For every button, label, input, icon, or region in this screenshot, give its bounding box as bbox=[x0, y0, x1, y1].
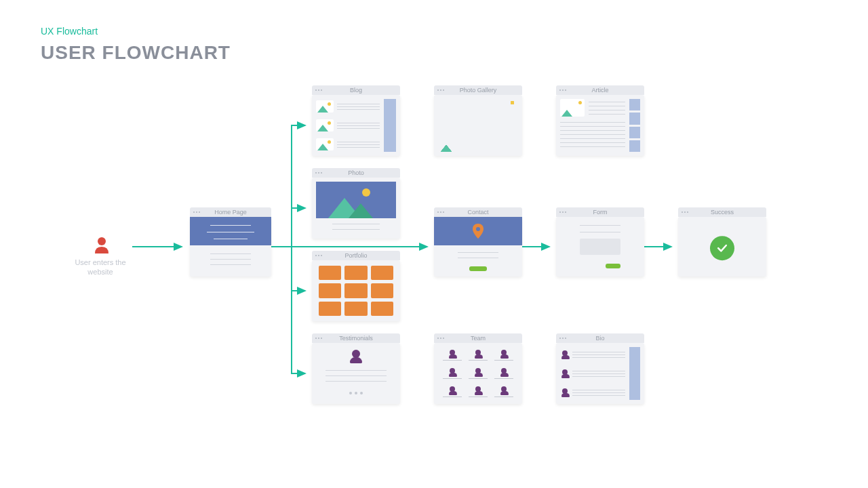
node-form: Form bbox=[556, 217, 644, 277]
node-success-label: Success bbox=[678, 209, 766, 216]
page-title: USER FLOWCHART bbox=[41, 42, 231, 64]
node-success: Success bbox=[678, 217, 766, 277]
avatar-icon bbox=[561, 350, 568, 359]
node-photo-label: Photo bbox=[312, 169, 400, 176]
node-contact: Contact bbox=[434, 217, 522, 277]
node-team: Team bbox=[434, 343, 522, 404]
node-bio: Bio bbox=[556, 343, 644, 404]
node-gallery-label: Photo Gallery bbox=[434, 87, 522, 94]
node-portfolio: Portfolio bbox=[312, 260, 400, 321]
svg-point-4 bbox=[98, 237, 106, 245]
avatar-icon bbox=[449, 350, 456, 359]
node-blog: Blog bbox=[312, 95, 400, 156]
node-article: Article bbox=[556, 95, 644, 156]
node-portfolio-label: Portfolio bbox=[312, 252, 400, 259]
avatar-icon bbox=[350, 350, 362, 363]
submit-button-icon bbox=[606, 264, 620, 268]
node-photo-gallery: Photo Gallery bbox=[434, 95, 522, 156]
node-bio-label: Bio bbox=[556, 335, 644, 342]
checkmark-icon bbox=[710, 236, 734, 260]
node-form-label: Form bbox=[556, 209, 644, 216]
submit-button-icon bbox=[469, 266, 487, 271]
node-photo: Photo bbox=[312, 178, 400, 239]
map-pin-icon bbox=[472, 224, 484, 239]
node-home-page-label: Home Page bbox=[190, 209, 271, 216]
node-home-page: Home Page bbox=[190, 217, 271, 277]
node-blog-label: Blog bbox=[312, 87, 400, 94]
svg-point-5 bbox=[476, 227, 480, 231]
node-article-label: Article bbox=[556, 87, 644, 94]
node-testimonials-label: Testimonials bbox=[312, 335, 400, 342]
entry-label: User enters the website bbox=[73, 258, 127, 277]
node-contact-label: Contact bbox=[434, 209, 522, 216]
node-testimonials: Testimonials bbox=[312, 343, 400, 404]
user-icon bbox=[94, 236, 110, 253]
subtitle: UX Flowchart bbox=[41, 26, 98, 37]
node-team-label: Team bbox=[434, 335, 522, 342]
